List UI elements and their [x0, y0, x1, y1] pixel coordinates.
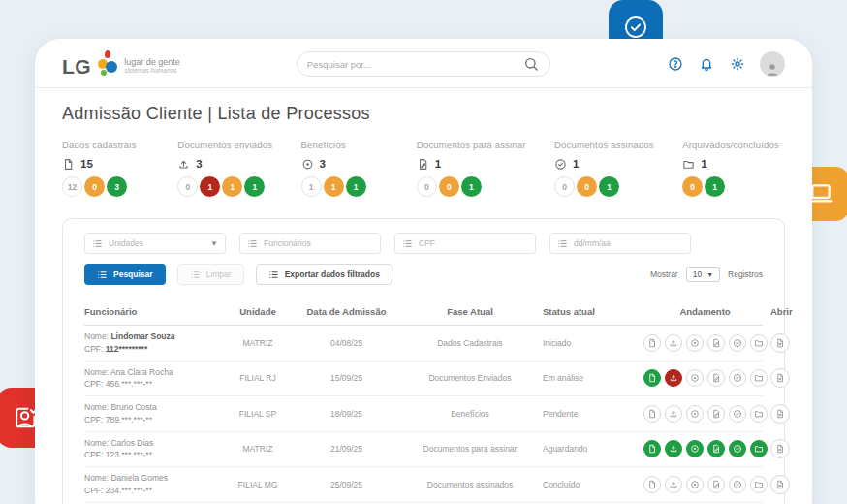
status-count-chip: 1 — [705, 176, 725, 197]
table-row[interactable]: Nome: Ana Clara Rocha CPF: 456.***.***-*… — [84, 362, 763, 397]
open-process-button[interactable] — [770, 333, 790, 353]
col-andamento: Andamento — [640, 306, 770, 317]
app-window: LG lugar de gente sistemas humanos — [35, 39, 812, 504]
upload-icon[interactable] — [665, 334, 682, 352]
sign-document-icon[interactable] — [707, 405, 725, 423]
table-row[interactable]: Nome: Carlos Dias CPF: 123.***.***-** MA… — [84, 432, 763, 468]
status-atual-cell: Aguardando — [543, 444, 640, 454]
employee-name: Ana Clara Rocha — [110, 367, 173, 377]
cpf-filter[interactable] — [394, 233, 536, 254]
employee-name: Daniela Gomes — [110, 473, 168, 483]
summary-card-label: Dados cadastrais — [62, 140, 149, 150]
folder-icon[interactable] — [750, 440, 768, 457]
chevron-down-icon: ▼ — [210, 239, 218, 248]
unidade-cell: FILIAL RJ — [220, 373, 296, 383]
funcionarios-filter[interactable] — [239, 233, 381, 254]
check-circle-icon[interactable] — [729, 369, 746, 387]
help-icon[interactable] — [667, 55, 684, 73]
summary-card[interactable]: Documentos assinados 1 001 — [554, 140, 654, 197]
sign-document-icon[interactable] — [707, 476, 725, 493]
global-search[interactable] — [297, 51, 550, 77]
date-filter[interactable] — [549, 233, 691, 254]
col-unidade: Unidade — [220, 306, 296, 317]
status-count-chip: 0 — [577, 176, 597, 197]
table-row[interactable]: Nome: Bruno Costa CPF: 789.***.***-** FI… — [84, 396, 763, 432]
folder-icon[interactable] — [750, 369, 768, 387]
benefits-icon[interactable] — [686, 440, 704, 457]
search-icon[interactable] — [522, 55, 540, 73]
employee-cpf: 234.***.***-** — [106, 486, 152, 495]
folder-icon[interactable] — [750, 334, 768, 352]
open-process-button[interactable] — [770, 475, 790, 494]
document-icon[interactable] — [643, 334, 661, 352]
fase-atual-cell: Dados Cadastrais — [397, 338, 543, 348]
summary-card[interactable]: Documentos enviados 3 0111 — [177, 140, 272, 197]
folder-icon[interactable] — [750, 405, 768, 423]
logo-tagline: lugar de gente — [124, 57, 180, 67]
limpar-button[interactable]: Limpar — [177, 264, 244, 285]
summary-card[interactable]: Benefícios 3 111 — [301, 140, 389, 197]
benefits-icon[interactable] — [686, 334, 704, 352]
check-circle-icon[interactable] — [729, 405, 746, 423]
pesquisar-button[interactable]: Pesquisar — [84, 264, 166, 285]
status-count-chip: 12 — [62, 176, 82, 197]
search-input[interactable] — [307, 59, 511, 70]
benefits-icon[interactable] — [686, 476, 704, 493]
upload-icon[interactable] — [665, 405, 682, 423]
table-row[interactable]: Nome: Lindomar Souza CPF: 112********* M… — [84, 326, 763, 362]
upload-icon[interactable] — [665, 369, 682, 387]
list-icon — [97, 269, 108, 280]
check-circle-icon[interactable] — [729, 334, 746, 352]
col-data-admissao: Data de Admissão — [296, 306, 397, 317]
table-row[interactable]: Nome: Daniela Gomes CPF: 234.***.***-** … — [84, 467, 763, 503]
check-circle-icon[interactable] — [729, 476, 746, 493]
sign-document-icon[interactable] — [707, 369, 725, 387]
document-icon[interactable] — [643, 369, 661, 387]
cpf-input[interactable] — [419, 238, 528, 248]
funcionarios-input[interactable] — [264, 238, 373, 248]
andamento-steps — [640, 476, 770, 493]
upload-icon[interactable] — [665, 440, 682, 457]
summary-card-chips: 111 — [301, 176, 389, 197]
check-icon — [554, 157, 567, 170]
date-input[interactable] — [574, 238, 683, 248]
exportar-button[interactable]: Exportar dados filtrados — [256, 264, 392, 285]
summary-card-chips: 01 — [682, 176, 779, 197]
summary-card[interactable]: Dados cadastrais 15 1203 — [62, 140, 149, 197]
actions-row: Pesquisar Limpar Exportar dados filtrado… — [84, 264, 763, 285]
check-circle-icon[interactable] — [729, 440, 746, 457]
summary-card[interactable]: Documentos para assinar 1 001 — [417, 140, 526, 197]
status-count-chip: 1 — [461, 176, 482, 197]
summary-row: Dados cadastrais 15 1203 Documentos envi… — [62, 140, 785, 197]
upload-icon[interactable] — [665, 476, 682, 493]
document-icon[interactable] — [643, 405, 661, 423]
doc-icon — [62, 157, 75, 170]
col-abrir: Abrir — [770, 306, 793, 317]
table-header-row: Funcionário Unidade Data de Admissão Fas… — [84, 300, 763, 326]
lg-logo[interactable]: LG lugar de gente sistemas humanos — [62, 50, 180, 78]
summary-card-total: 15 — [80, 158, 93, 170]
open-process-button[interactable] — [770, 404, 790, 424]
gear-icon[interactable] — [729, 55, 746, 73]
open-process-button[interactable] — [770, 368, 790, 388]
per-page-select[interactable]: 10 ▼ — [686, 267, 720, 282]
benefits-icon[interactable] — [686, 405, 704, 423]
status-count-chip: 1 — [301, 176, 322, 197]
process-list-card: ▼ — [62, 218, 785, 504]
document-icon[interactable] — [643, 440, 661, 457]
andamento-steps — [640, 369, 770, 387]
unidades-select[interactable]: ▼ — [84, 233, 226, 254]
benefits-icon[interactable] — [686, 369, 704, 387]
status-count-chip: 0 — [682, 176, 703, 197]
open-process-button[interactable] — [770, 439, 790, 458]
document-icon[interactable] — [643, 476, 661, 493]
sign-document-icon[interactable] — [707, 440, 725, 457]
folder-icon[interactable] — [750, 476, 768, 493]
sign-document-icon[interactable] — [707, 334, 725, 352]
summary-card[interactable]: Arquivados/concluídos 1 01 — [682, 140, 779, 197]
unidades-input[interactable] — [109, 238, 204, 248]
user-avatar[interactable] — [760, 51, 785, 77]
bell-icon[interactable] — [698, 55, 715, 73]
logo-lg-text: LG — [62, 56, 91, 77]
upload-icon — [177, 157, 190, 170]
